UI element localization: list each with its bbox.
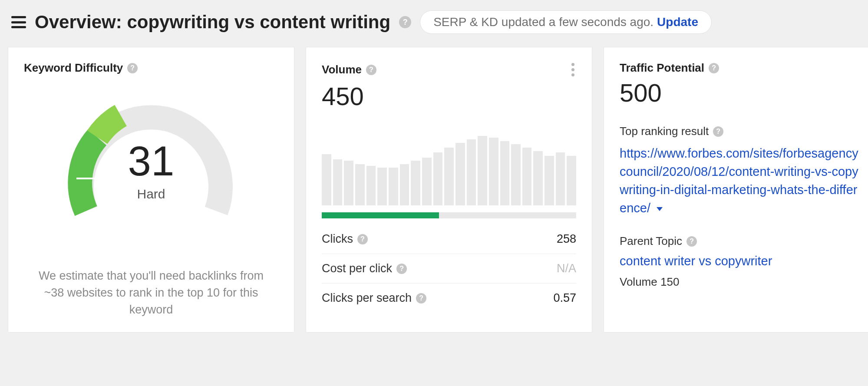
kd-label: Hard [60, 187, 242, 201]
table-row: Clicks per search? 0.57 [322, 284, 576, 313]
volume-value: 450 [322, 82, 576, 111]
table-row: Cost per click? N/A [322, 254, 576, 284]
top-ranking-url: https://www.forbes.com/sites/forbesagenc… [620, 146, 858, 215]
parent-vol-label: Volume [620, 275, 657, 288]
top-ranking-link[interactable]: https://www.forbes.com/sites/forbesagenc… [620, 146, 858, 215]
kd-gauge: 31 Hard [60, 89, 242, 228]
top-ranking-label: Top ranking result [620, 125, 709, 138]
volume-card: Volume ? 450 Clicks? 258 Cost per click?… [306, 47, 592, 333]
clicks-progress [322, 212, 576, 218]
kd-title: Keyword Difficulty [24, 61, 123, 75]
parent-topic-volume: Volume 150 [620, 275, 861, 289]
menu-icon[interactable] [11, 16, 26, 28]
help-icon[interactable]: ? [366, 65, 376, 75]
keyword-difficulty-card: Keyword Difficulty ? 31 Hard [8, 47, 294, 333]
parent-topic-link[interactable]: content writer vs copywriter [620, 254, 861, 268]
more-icon[interactable] [570, 61, 576, 78]
update-status-pill: SERP & KD updated a few seconds ago. Upd… [420, 10, 712, 34]
chevron-down-icon[interactable] [657, 207, 663, 211]
parent-topic-label: Parent Topic [620, 234, 682, 248]
help-icon[interactable]: ? [396, 264, 407, 274]
volume-title: Volume [322, 63, 362, 76]
volume-trend-chart [322, 123, 576, 205]
page-title: Overview: copywriting vs content writing [35, 12, 390, 33]
traffic-potential-card: Traffic Potential ? 500 Top ranking resu… [604, 47, 868, 333]
update-button[interactable]: Update [657, 15, 698, 29]
cpc-value: N/A [557, 262, 576, 275]
cpc-label: Cost per click [322, 262, 392, 275]
help-icon[interactable]: ? [399, 16, 411, 28]
parent-vol-value: 150 [660, 275, 679, 288]
clicks-label: Clicks [322, 232, 353, 246]
help-icon[interactable]: ? [686, 236, 697, 247]
update-status-text: SERP & KD updated a few seconds ago. [433, 15, 653, 29]
help-icon[interactable]: ? [416, 293, 426, 304]
kd-description: We estimate that you'll need backlinks f… [24, 267, 278, 318]
tp-value: 500 [620, 78, 861, 107]
table-row: Clicks? 258 [322, 224, 576, 254]
help-icon[interactable]: ? [357, 234, 368, 244]
svg-line-1 [195, 97, 210, 115]
cps-value: 0.57 [553, 291, 576, 305]
help-icon[interactable]: ? [713, 126, 723, 137]
kd-value: 31 [60, 137, 242, 185]
clicks-value: 258 [557, 232, 576, 246]
tp-title: Traffic Potential [620, 61, 704, 75]
cps-label: Clicks per search [322, 291, 412, 305]
help-icon[interactable]: ? [709, 63, 719, 73]
help-icon[interactable]: ? [127, 63, 138, 73]
